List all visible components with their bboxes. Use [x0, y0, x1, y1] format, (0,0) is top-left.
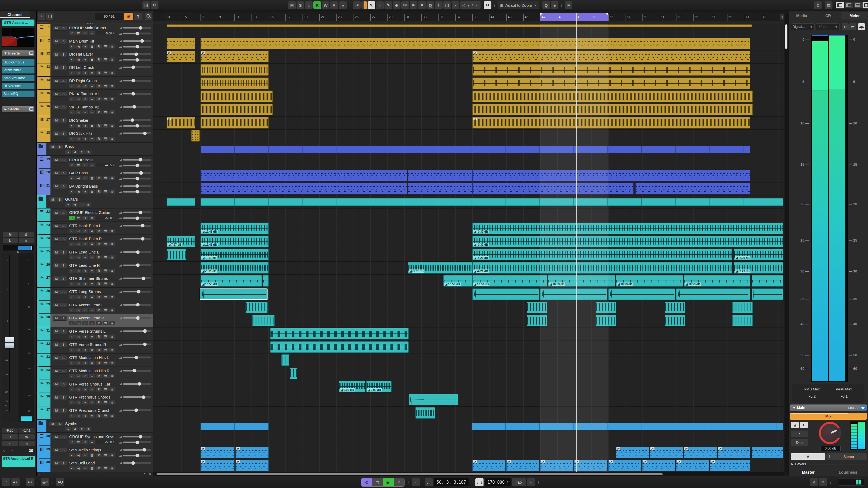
volume-slider-knob[interactable]: [135, 184, 139, 188]
mute-button[interactable]: M: [53, 158, 60, 162]
edit-channel-button[interactable]: e: [82, 31, 88, 35]
meter-mode-dropdown[interactable]: Digital...▼: [791, 23, 814, 30]
track-row-21[interactable]: 21MSBA Upright Bass●◀e▥RW≣: [37, 182, 153, 195]
pan-slider-track[interactable]: [123, 46, 151, 48]
tempo-mode-dropdown[interactable]: ▼: [527, 478, 535, 486]
meter-reference-dropdown[interactable]: -18 d...▼: [816, 23, 839, 30]
record-enable-button[interactable]: ●: [69, 255, 74, 259]
track-color-strip[interactable]: 26: [39, 261, 51, 274]
pan-slider-track[interactable]: [123, 125, 151, 127]
event[interactable]: [665, 315, 685, 326]
volume-slider-knob[interactable]: [141, 224, 145, 227]
record-enable-button[interactable]: ●: [69, 466, 74, 470]
track-name[interactable]: DR Left Crash: [69, 65, 94, 70]
track-color-strip[interactable]: 27: [39, 274, 51, 287]
event[interactable]: 1▾: [166, 117, 195, 129]
edit-channel-button[interactable]: e: [82, 176, 88, 180]
track-visibility-agents-button[interactable]: ◉: [124, 13, 133, 20]
event-take-flag[interactable]: 2▾: [236, 447, 240, 450]
mute-button[interactable]: M: [53, 26, 60, 30]
mute-button[interactable]: M: [53, 343, 60, 347]
event[interactable]: 1▾: [200, 447, 235, 458]
speaker-config-icon[interactable]: ◀▶: [860, 405, 866, 410]
write-automation-button[interactable]: W: [102, 58, 108, 62]
track-color-strip[interactable]: [37, 142, 46, 155]
eq-curve-thumbnail[interactable]: [2, 28, 34, 46]
edit-channel-button[interactable]: e: [82, 295, 88, 299]
volume-slider[interactable]: [119, 263, 151, 267]
fader-handle[interactable]: [5, 337, 14, 348]
event[interactable]: [409, 394, 458, 405]
write-automation-button[interactable]: W: [102, 282, 108, 286]
event[interactable]: 1▾: [616, 447, 649, 458]
track-name[interactable]: GTR Accent Lead R: [69, 316, 104, 320]
monitor-button[interactable]: ◀: [75, 110, 82, 115]
volume-value-field[interactable]: -5.00⇅: [96, 440, 115, 444]
stereo-icon-button[interactable]: ∞: [89, 282, 95, 286]
track-row-32[interactable]: 32MSGTR Verse Strums R●◀eoRW≣: [37, 340, 153, 354]
controls-menu-icon-button[interactable]: ≣: [110, 387, 115, 391]
meter-reset-icon[interactable]: ⏮: [849, 23, 856, 30]
track-name[interactable]: GROUP Electric Guitars: [69, 210, 111, 215]
insert-slot-studiochorus[interactable]: StudioChorus: [2, 59, 34, 66]
write-automation-button[interactable]: W: [102, 348, 108, 352]
peak-max-value[interactable]: -0.1: [841, 394, 848, 398]
event-take-flag[interactable]: 1▾: [617, 447, 621, 450]
solo-button[interactable]: S: [60, 39, 67, 44]
monitor-button[interactable]: ◀: [75, 84, 82, 88]
volume-slider-knob[interactable]: [132, 92, 135, 95]
mute-button[interactable]: M: [50, 422, 56, 426]
read-automation-button[interactable]: R: [96, 269, 102, 273]
monitor-button[interactable]: ◀: [75, 387, 82, 391]
record-enable-button[interactable]: ●: [69, 295, 74, 299]
channel-track-label[interactable]: GTR Accent Lead R: [2, 456, 35, 467]
volume-slider-track[interactable]: [123, 185, 151, 187]
global-automation-a-button[interactable]: A: [330, 1, 338, 9]
read-automation-button[interactable]: R: [69, 163, 74, 167]
event[interactable]: [472, 64, 750, 76]
write-automation-button[interactable]: W: [75, 31, 82, 35]
event[interactable]: [270, 328, 409, 339]
cycle-button[interactable]: ⟲: [361, 478, 372, 486]
write-automation-button[interactable]: W: [102, 466, 108, 470]
track-color-strip[interactable]: 33: [39, 354, 51, 366]
track-name[interactable]: GTR Prechorus Chords: [69, 395, 111, 399]
volume-spinner-icon[interactable]: ⇅: [113, 164, 115, 166]
track-color-strip[interactable]: 2: [39, 37, 51, 50]
event[interactable]: [166, 38, 195, 50]
record-enable-button[interactable]: ●: [69, 71, 74, 75]
ruler-bar-number[interactable]: 33: [423, 15, 427, 19]
event-take-flag[interactable]: 1▾: [201, 52, 205, 54]
track-name[interactable]: Bass: [65, 144, 74, 149]
volume-slider-track[interactable]: [123, 278, 151, 279]
pan-slider-knob[interactable]: [135, 32, 139, 35]
event[interactable]: 1▾: [166, 51, 195, 62]
volume-slider[interactable]: [119, 131, 151, 135]
event[interactable]: 1▾: [472, 117, 750, 129]
track-row-bass[interactable]: MSBass●◀=≶: [37, 142, 153, 156]
ruler-options-dropdown[interactable]: ▼: [780, 14, 784, 20]
edit-channel-button[interactable]: e: [82, 216, 88, 220]
event[interactable]: ◢ 12.46 dB: [200, 223, 268, 234]
track-color-strip[interactable]: 25: [39, 248, 51, 261]
volume-slider-knob[interactable]: [136, 263, 140, 267]
workspace-icon[interactable]: ◫: [143, 1, 150, 9]
volume-slider-track[interactable]: [123, 291, 151, 293]
pan-slider-track[interactable]: [123, 33, 151, 34]
event[interactable]: [752, 275, 783, 287]
solo-button[interactable]: S: [60, 250, 67, 255]
write-automation-button[interactable]: W: [102, 242, 108, 246]
write-automation-button[interactable]: W: [102, 387, 108, 391]
track-color-strip[interactable]: 13: [39, 63, 51, 76]
volume-slider[interactable]: [119, 105, 151, 109]
track-color-strip[interactable]: 15: [39, 90, 51, 102]
record-enable-button[interactable]: ●: [69, 242, 74, 246]
autoscroll-icon[interactable]: ⇥: [353, 1, 361, 9]
volume-slider-track[interactable]: [123, 238, 151, 240]
ruler-bar-number[interactable]: 15: [270, 15, 274, 19]
inserts-section-header[interactable]: ▼ Inserts: [2, 51, 34, 56]
volume-slider[interactable]: [119, 395, 151, 399]
read-automation-button[interactable]: R: [69, 216, 74, 220]
track-name[interactable]: BA Upright Bass: [69, 184, 98, 188]
event-take-flag[interactable]: 1▾: [167, 118, 171, 120]
